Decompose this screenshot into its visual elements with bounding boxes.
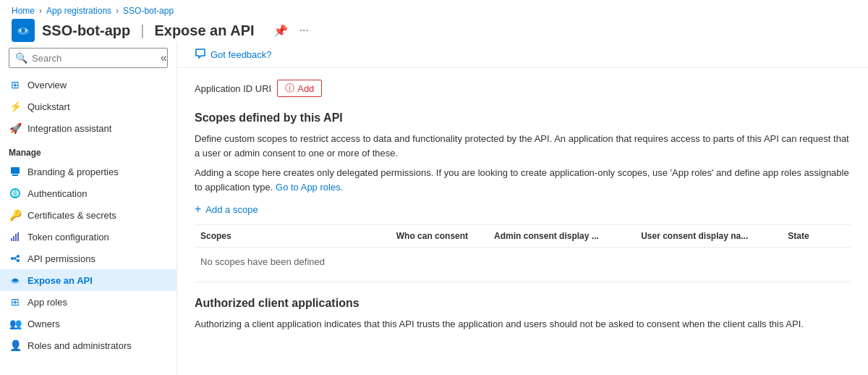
breadcrumb-app-registrations[interactable]: App registrations xyxy=(46,6,111,16)
main-content: Got feedback? Application ID URI ⓘ Add S… xyxy=(177,42,868,375)
svg-point-9 xyxy=(11,257,14,260)
sidebar-item-roles-admin[interactable]: 👤 Roles and administrators xyxy=(0,334,176,356)
sidebar-item-branding[interactable]: Branding & properties xyxy=(0,161,176,182)
page-header-section: Home › App registrations › SSO-bot-app S… xyxy=(0,0,868,42)
col-who-consent: Who can consent xyxy=(391,231,488,241)
sidebar-item-label: Overview xyxy=(27,80,67,90)
sidebar-item-token[interactable]: Token configuration xyxy=(0,226,176,248)
feedback-label: Got feedback? xyxy=(210,49,272,60)
sidebar-item-label: API permissions xyxy=(27,253,95,264)
branding-icon xyxy=(9,165,22,178)
sidebar-item-label: Certificates & secrets xyxy=(27,210,116,221)
svg-point-10 xyxy=(17,255,20,258)
quickstart-icon: ⚡ xyxy=(9,100,22,113)
app-roles-icon: ⊞ xyxy=(9,295,22,308)
section-divider xyxy=(195,282,851,282)
table-header-row: Scopes Who can consent Admin consent dis… xyxy=(195,225,851,248)
add-scope-label: Add a scope xyxy=(205,204,258,215)
add-button[interactable]: ⓘ Add xyxy=(277,80,322,97)
owners-icon: 👥 xyxy=(9,317,22,330)
sidebar-item-label: Quickstart xyxy=(27,101,70,112)
sidebar-item-app-roles[interactable]: ⊞ App roles xyxy=(0,291,176,313)
svg-rect-3 xyxy=(12,174,18,176)
go-to-app-roles-link[interactable]: Go to App roles. xyxy=(276,182,343,193)
main-layout: 🔍 « ⊞ Overview ⚡ Quickstart 🚀 Integratio… xyxy=(0,42,868,375)
roles-admin-icon: 👤 xyxy=(9,339,22,352)
sidebar-item-authentication[interactable]: Authentication xyxy=(0,182,176,204)
col-scopes: Scopes xyxy=(195,231,391,241)
sidebar-item-label: Token configuration xyxy=(27,232,109,243)
scopes-table: Scopes Who can consent Admin consent dis… xyxy=(195,224,851,276)
sidebar-item-expose-api[interactable]: Expose an API xyxy=(0,269,176,291)
no-scopes-text: No scopes have been defined xyxy=(195,248,851,276)
add-scope-button[interactable]: + Add a scope xyxy=(195,203,851,216)
sidebar: 🔍 « ⊞ Overview ⚡ Quickstart 🚀 Integratio… xyxy=(0,42,177,375)
sidebar-item-label: Authentication xyxy=(27,188,87,199)
sidebar-item-label: Integration assistant xyxy=(27,123,111,134)
application-id-uri-label: Application ID URI xyxy=(195,83,271,94)
info-circle-icon: ⓘ xyxy=(285,82,294,95)
add-label: Add xyxy=(297,83,314,94)
title-divider: | xyxy=(140,22,144,39)
breadcrumb: Home › App registrations › SSO-bot-app xyxy=(12,6,856,16)
app-icon xyxy=(12,19,35,42)
sidebar-item-api-permissions[interactable]: API permissions xyxy=(0,248,176,269)
search-icon: 🔍 xyxy=(15,52,27,64)
app-name: SSO-bot-app xyxy=(42,22,130,39)
col-admin-consent: Admin consent display ... xyxy=(488,231,635,241)
application-id-uri-row: Application ID URI ⓘ Add xyxy=(195,80,851,97)
authentication-icon xyxy=(9,187,22,200)
breadcrumb-sep1: › xyxy=(39,6,42,16)
scopes-desc2: Adding a scope here creates only delegat… xyxy=(195,166,851,194)
svg-rect-8 xyxy=(17,232,19,241)
search-input[interactable] xyxy=(32,53,153,64)
token-icon xyxy=(9,230,22,243)
content-inner: Application ID URI ⓘ Add Scopes defined … xyxy=(177,68,868,346)
collapse-icon[interactable]: « xyxy=(161,51,167,64)
sidebar-item-quickstart[interactable]: ⚡ Quickstart xyxy=(0,96,176,117)
svg-rect-2 xyxy=(11,167,20,174)
col-user-consent: User consent display na... xyxy=(635,231,782,241)
header-actions: 📌 ··· xyxy=(271,22,312,39)
sidebar-item-label: Branding & properties xyxy=(27,167,119,177)
sidebar-search-container: 🔍 « xyxy=(0,42,176,74)
search-box[interactable]: 🔍 « xyxy=(9,48,168,68)
feedback-bar[interactable]: Got feedback? xyxy=(177,42,868,68)
integration-icon: 🚀 xyxy=(9,122,22,135)
scopes-desc1: Define custom scopes to restrict access … xyxy=(195,132,851,160)
sidebar-item-overview[interactable]: ⊞ Overview xyxy=(0,74,176,96)
sidebar-item-certificates[interactable]: 🔑 Certificates & secrets xyxy=(0,204,176,226)
sidebar-item-integration[interactable]: 🚀 Integration assistant xyxy=(0,117,176,139)
authorized-desc: Authorizing a client application indicat… xyxy=(195,317,851,332)
svg-rect-5 xyxy=(11,238,12,241)
api-permissions-icon xyxy=(9,252,22,265)
feedback-icon xyxy=(195,48,206,62)
overview-icon: ⊞ xyxy=(9,78,22,91)
svg-rect-7 xyxy=(15,234,17,241)
sidebar-item-label: Roles and administrators xyxy=(27,340,132,351)
col-state: State xyxy=(782,231,851,241)
svg-point-11 xyxy=(17,259,20,262)
svg-rect-6 xyxy=(13,236,14,241)
expose-api-icon xyxy=(9,274,22,287)
scopes-section-title: Scopes defined by this API xyxy=(195,111,851,125)
sidebar-item-label: App roles xyxy=(27,297,67,308)
sidebar-item-label: Owners xyxy=(27,319,60,329)
more-options-icon[interactable]: ··· xyxy=(297,22,312,38)
plus-icon: + xyxy=(195,203,201,216)
pin-icon[interactable]: 📌 xyxy=(271,22,291,39)
breadcrumb-current[interactable]: SSO-bot-app xyxy=(123,6,174,16)
breadcrumb-home[interactable]: Home xyxy=(12,6,35,16)
breadcrumb-sep2: › xyxy=(116,6,119,16)
certificates-icon: 🔑 xyxy=(9,208,22,222)
page-title-row: SSO-bot-app | Expose an API 📌 ··· xyxy=(12,19,856,42)
manage-section-label: Manage xyxy=(0,139,176,161)
authorized-section: Authorized client applications Authorizi… xyxy=(195,297,851,332)
sidebar-item-label: Expose an API xyxy=(27,275,93,286)
svg-line-13 xyxy=(14,258,17,260)
sidebar-item-owners[interactable]: 👥 Owners xyxy=(0,313,176,334)
authorized-section-title: Authorized client applications xyxy=(195,297,851,310)
page-subtitle: Expose an API xyxy=(154,22,254,39)
svg-point-1 xyxy=(21,28,25,33)
